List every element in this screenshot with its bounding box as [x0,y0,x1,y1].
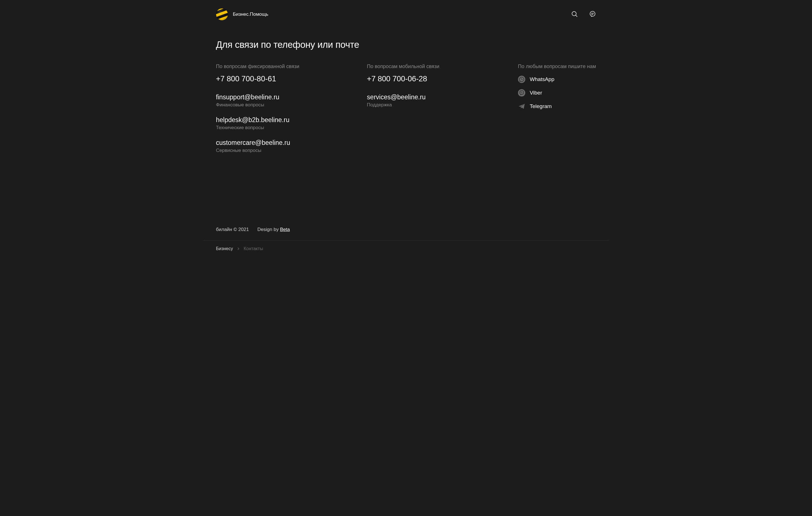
email-block-customercare: customercare@beeline.ru Сервисные вопрос… [216,139,350,153]
email-block-finsupport: finsupport@beeline.ru Финансовые вопросы [216,93,350,108]
breadcrumb: Бизнесу Контакты [216,240,596,251]
email-link[interactable]: services@beeline.ru [367,93,426,101]
header: Бизнес.Помощь [216,0,596,29]
messenger-telegram[interactable]: Telegram [518,103,596,110]
mobile-subhead: По вопросам мобильной связи [367,64,501,69]
email-link[interactable]: customercare@beeline.ru [216,139,290,147]
brand-title: Бизнес.Помощь [233,11,268,17]
email-desc: Технические вопросы [216,125,350,131]
viber-icon [518,89,525,96]
messenger-label: Viber [530,90,542,96]
search-icon [571,11,578,18]
messenger-viber[interactable]: Viber [518,89,596,96]
fixed-subhead: По вопросам фиксированной связи [216,64,350,69]
messenger-whatsapp[interactable]: WhatsApp [518,76,596,83]
footer-line: билайн © 2021 Design by Beta [216,227,596,240]
design-credit: Design by Beta [257,227,290,232]
svg-point-12 [590,11,595,16]
design-prefix: Design by [257,227,280,232]
fixed-phone-link[interactable]: +7 800 700-80-61 [216,75,276,83]
chat-icon [589,11,596,18]
beeline-logo-icon [216,8,228,20]
col-fixed: По вопросам фиксированной связи +7 800 7… [216,64,350,162]
messenger-label: Telegram [530,103,552,110]
contact-columns: По вопросам фиксированной связи +7 800 7… [216,64,596,162]
copyright: билайн © 2021 [216,227,249,232]
email-link[interactable]: finsupport@beeline.ru [216,93,280,101]
brand: Бизнес.Помощь [216,8,268,20]
messenger-list: WhatsApp Viber [518,76,596,110]
chat-button[interactable] [589,11,596,18]
whatsapp-icon [518,76,525,83]
email-link[interactable]: helpdesk@b2b.beeline.ru [216,116,290,124]
breadcrumb-current: Контакты [244,246,263,251]
email-block-helpdesk: helpdesk@b2b.beeline.ru Технические вопр… [216,116,350,131]
page-title: Для связи по телефону или почте [216,39,596,50]
svg-point-9 [216,8,228,20]
col-messengers: По любым вопросам пишите нам WhatsApp [518,64,596,162]
col-mobile: По вопросам мобильной связи +7 800 700-0… [367,64,501,162]
messenger-label: WhatsApp [530,76,555,82]
mobile-phone-link[interactable]: +7 800 700-06-28 [367,75,427,83]
telegram-icon [518,103,525,110]
footer: билайн © 2021 Design by Beta Бизнесу Кон… [216,216,596,258]
svg-line-11 [576,15,577,17]
chevron-right-icon [237,247,240,250]
breadcrumb-bar: Бизнесу Контакты [203,240,609,251]
email-desc: Финансовые вопросы [216,102,350,108]
design-link[interactable]: Beta [280,227,290,232]
breadcrumb-root[interactable]: Бизнесу [216,246,233,251]
email-desc: Сервисные вопросы [216,148,350,153]
email-block-services: services@beeline.ru Поддержка [367,93,501,108]
header-actions [571,11,596,18]
search-button[interactable] [571,11,578,18]
email-desc: Поддержка [367,102,501,108]
messengers-subhead: По любым вопросам пишите нам [518,64,596,69]
